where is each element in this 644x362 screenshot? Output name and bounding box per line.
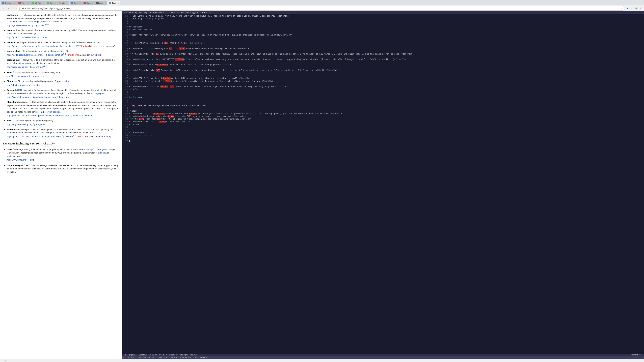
aur-link[interactable]: zscreen	[65, 135, 73, 138]
tab-ms1[interactable]: MS 枫... ✕	[30, 1, 45, 5]
line-number: 36	[123, 74, 128, 77]
tab-tak[interactable]: Tak... ✕	[108, 1, 120, 5]
tab-pov[interactable]: Pov... ✕	[17, 1, 30, 5]
imgur-link[interactable]: imgur	[34, 131, 39, 134]
tab-close[interactable]: ✕	[67, 2, 68, 4]
terminal-line: 43	[122, 93, 644, 96]
browser-pane[interactable]: Lightscreen — Lightscreen is a simple to…	[0, 11, 122, 359]
pkg-link[interactable]: shutter	[34, 84, 40, 86]
aur-mirror-link[interactable]: aur-mirror	[105, 45, 114, 47]
tool-link[interactable]: http://xorg.freedesktop.org	[7, 123, 32, 126]
tool-link[interactable]: http://lightscreen.com.ar	[7, 24, 30, 27]
tab-close[interactable]: ✕	[105, 2, 106, 4]
tool-link[interactable]: https://www.kde.org/applications/graphic…	[7, 96, 56, 98]
tool-link[interactable]: http://freecode.com/projects/scrot	[7, 75, 39, 78]
forward-button[interactable]: →	[6, 6, 11, 10]
tab-close[interactable]: ✕	[79, 2, 81, 4]
aur-link[interactable]: mainclip-git	[66, 45, 77, 47]
tab-label: Bui...	[86, 2, 91, 4]
terminal-content[interactable]: 14 * Use Linux. I've used Linux for many…	[122, 14, 644, 354]
tab-ms2[interactable]: 枫... ✕	[46, 1, 57, 5]
line-content	[129, 129, 643, 131]
line-number: 50	[123, 112, 128, 115]
broken-link-text: [broken link:	[67, 54, 79, 56]
tool-link[interactable]: https://github.com/naelstrof/maim	[7, 36, 39, 39]
terminal-line: 23	[122, 39, 644, 42]
line-content	[129, 44, 643, 47]
tab-gimp[interactable]: Gi gimp... ✕	[1, 1, 17, 5]
line-content	[129, 61, 643, 63]
tab-favicon	[96, 2, 98, 4]
pkg-link[interactable]: scrot	[43, 75, 48, 78]
terminal-line: 57 ## Screenshots	[122, 131, 644, 134]
broken-link-text: [broken link:	[77, 135, 88, 138]
tab-close[interactable]: ✕	[92, 2, 94, 4]
tool-link[interactable]: http://shutter-project.org	[7, 84, 30, 86]
pkg-link[interactable]: spectacle	[60, 96, 70, 98]
pkg-link[interactable]: xorg-xwd	[36, 123, 45, 126]
terminal-pane: 2016-06-19-My-New-Computer.markdown + ..…	[122, 11, 644, 359]
tab-close[interactable]: ✕	[118, 2, 119, 4]
line-number: 42	[123, 91, 128, 93]
aur-mirror-link[interactable]: aur-mirror	[90, 54, 100, 56]
aur-link[interactable]: qscreenshot-git	[48, 54, 63, 56]
tool-entry-xwd: xwd — X Window System image dumping util…	[7, 119, 119, 126]
external-link-icon	[26, 158, 27, 160]
back-button[interactable]: ←	[1, 6, 6, 10]
star-icon[interactable]: ☆	[621, 7, 623, 10]
tab-close[interactable]: ✕	[27, 2, 29, 4]
menu-icon[interactable]: ⋮	[639, 6, 643, 10]
reload-button[interactable]: ↻	[12, 6, 16, 10]
tab-close[interactable]: ✕	[14, 2, 16, 4]
download-icon[interactable]: ⬇	[630, 6, 634, 10]
separator: ||	[32, 84, 34, 86]
delay-link[interactable]: delay	[64, 80, 69, 82]
terminal-line: 42	[122, 91, 644, 93]
pkg-link[interactable]: xfce4-screenshooter	[73, 114, 92, 117]
tab-label: Go...	[74, 2, 78, 4]
external-link-icon	[62, 44, 64, 46]
tool-link[interactable]: http://screencloud.net	[7, 66, 28, 68]
line-content	[129, 102, 643, 104]
terminal-line: 24 <tr><td>RAM</td> <td>G.Skill H#U 2400…	[122, 42, 644, 44]
aur-link[interactable]: screencloud	[31, 66, 43, 68]
tab-close[interactable]: ✕	[42, 2, 44, 4]
tab-arc[interactable]: arc... ✕	[95, 1, 107, 5]
line-number: 40	[123, 85, 128, 88]
tab-close[interactable]: ✕	[54, 2, 56, 4]
pkg-link[interactable]: maim	[42, 36, 48, 39]
plugins-link[interactable]: plugins	[98, 151, 105, 154]
photoshop-link[interactable]: Adobe Photoshop	[75, 148, 92, 151]
xfce4-goodies-link[interactable]: xfce4-goodies	[47, 111, 60, 113]
list-item: GraphicsMagick — Fork of ImageMagick des…	[7, 163, 119, 174]
broken-link-close: ]	[114, 45, 115, 47]
tool-link[interactable]: https://github.com/orschiro/scriptlets/t…	[7, 45, 62, 47]
gnu-link[interactable]: GNU	[103, 148, 108, 151]
tool-link[interactable]: https://github.com/ChrisZeta/Scrot-and-i…	[7, 135, 61, 138]
tab-go[interactable]: Go... ✕	[70, 1, 82, 5]
imgur-link[interactable]: imgur	[20, 62, 26, 64]
tool-entry-screencloud: screencloud — allows you to take a scree…	[7, 58, 119, 69]
external-link-icon	[30, 83, 31, 85]
tool-link[interactable]: https://code.google.com/p/qscreenshot	[7, 54, 44, 56]
tool-description-cont: . For taking the screenshot it uses scro…	[40, 131, 100, 134]
terminal-line: 53 <tr><td>Monitor</td> <td>conky</td> <…	[122, 120, 644, 123]
aur-link[interactable]: Lightscreen	[34, 24, 45, 27]
pkg-link[interactable]: gimp	[30, 159, 34, 161]
tab-favicon	[109, 2, 111, 4]
tab-int[interactable]: Int... ✕	[57, 1, 69, 5]
terminal-line: 19 -------------------	[122, 28, 644, 31]
aur-mirror-link[interactable]: aur-mirror	[100, 135, 110, 138]
line-number: 55	[123, 126, 128, 129]
bookmark-icon[interactable]: ★	[626, 6, 630, 10]
tool-link[interactable]: http://www.gimp.org	[7, 159, 26, 161]
separator: ||	[41, 36, 42, 39]
tool-link[interactable]: http://goodies.xfce.org/projects/applica…	[7, 114, 69, 117]
kdegraphics-link[interactable]: kdegraphics	[94, 92, 105, 94]
tab-bui[interactable]: Bui... ✕	[82, 1, 95, 5]
list-item: screencloud — allows you to take a scree…	[7, 58, 119, 69]
tool-description: — A simple command line tool that takes …	[7, 29, 116, 35]
tool-name: GraphicsMagick	[7, 164, 24, 167]
extension-icon[interactable]: 🧩	[634, 6, 638, 10]
address-bar[interactable]: 🔒 https://wiki.archlinux.org/index.php/t…	[16, 6, 625, 10]
